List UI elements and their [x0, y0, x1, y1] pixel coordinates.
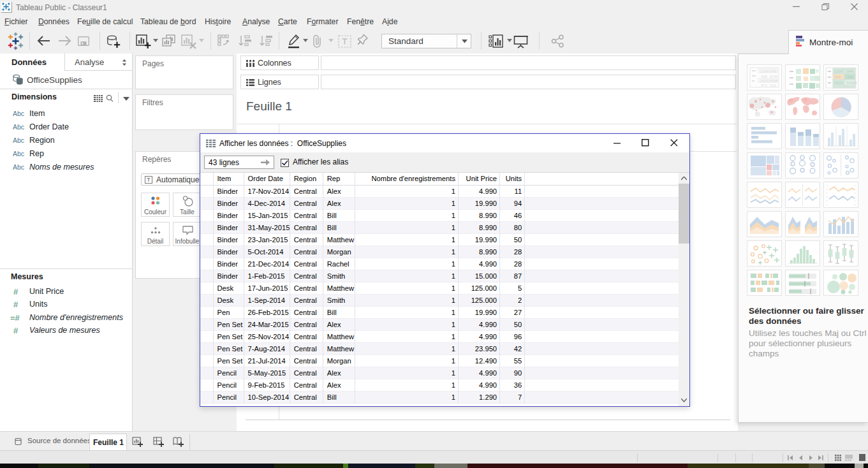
svg-text:322: 322: [770, 84, 777, 87]
svg-text:368: 368: [834, 75, 841, 79]
svg-text:380: 380: [847, 75, 854, 79]
svg-text:2620: 2620: [834, 81, 843, 85]
svg-text:546: 546: [847, 69, 854, 73]
svg-text:1234: 1234: [834, 69, 843, 73]
svg-text:971: 971: [761, 84, 768, 87]
svg-text:53950: 53950: [846, 81, 857, 85]
